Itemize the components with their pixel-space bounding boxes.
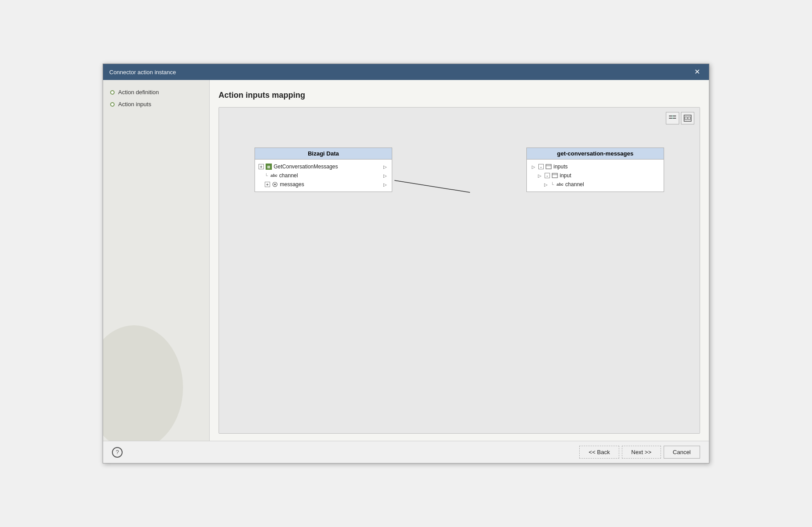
page-title: Action inputs mapping [219, 91, 700, 100]
bullet-icon [110, 90, 115, 95]
toolbar-icons [666, 112, 694, 124]
dialog-body: Action definition Action inputs Action i… [103, 80, 709, 441]
node-label: inputs [553, 164, 568, 170]
left-connector-arrow: ▷ [537, 172, 543, 179]
mapping-area: Bizagi Data + ▦ GetConversationMessages … [219, 107, 700, 434]
tree-row-inner: └ abc channel [265, 172, 382, 179]
sidebar-decoration [103, 325, 183, 441]
svg-rect-2 [669, 118, 672, 119]
expand-icon[interactable]: - [545, 173, 550, 178]
right-connector-arrow: ▷ [382, 164, 388, 170]
view-icon [684, 115, 692, 122]
tree-row: ▷ - inputs [527, 162, 664, 171]
help-button[interactable]: ? [112, 447, 123, 458]
tree-row-inner: + ▦ GetConversationMessages [259, 164, 382, 170]
expand-icon[interactable]: - [538, 164, 544, 169]
node-label: input [560, 172, 571, 179]
sidebar-item-action-inputs[interactable]: Action inputs [110, 101, 202, 108]
abc-icon: abc [557, 182, 564, 187]
right-panel-header: get-conversation-messages [527, 148, 664, 160]
right-panel-action: get-conversation-messages ▷ - [526, 148, 664, 192]
node-label: channel [565, 181, 584, 188]
svg-rect-1 [673, 116, 676, 116]
mapping-icon [669, 115, 677, 122]
sidebar-item-label: Action definition [118, 89, 159, 96]
tree-row-inner: + messages [265, 181, 382, 188]
svg-rect-7 [685, 117, 687, 120]
obj-icon [552, 172, 558, 179]
right-panel-body: ▷ - inputs ▷ [527, 160, 664, 192]
tree-row: + ▦ GetConversationMessages ▷ [255, 162, 392, 171]
close-button[interactable]: ✕ [692, 68, 703, 76]
tree-branch: └ [551, 182, 554, 187]
titlebar: Connector action instance ✕ [103, 64, 709, 80]
dialog-footer: ? << Back Next >> Cancel [103, 441, 709, 463]
mapping-view-button[interactable] [666, 112, 679, 124]
cancel-button[interactable]: Cancel [664, 446, 700, 459]
channel-connector-line [394, 180, 470, 192]
node-label: channel [279, 172, 298, 179]
node-label: messages [280, 181, 304, 188]
table-icon: ▦ [266, 164, 272, 170]
abc-icon: abc [271, 173, 278, 178]
right-connector-arrow: ▷ [382, 172, 388, 179]
svg-point-10 [274, 184, 276, 185]
tree-row-inner: └ abc channel [551, 181, 660, 188]
obj-icon [545, 164, 552, 170]
dialog-title: Connector action instance [109, 69, 176, 76]
svg-rect-3 [673, 118, 676, 119]
sidebar-item-action-definition[interactable]: Action definition [110, 89, 202, 96]
tree-row-inner: - input [545, 172, 660, 179]
svg-rect-11 [546, 164, 551, 169]
connector-action-dialog: Connector action instance ✕ Action defin… [103, 64, 709, 463]
left-connector-arrow: ▷ [543, 181, 549, 188]
svg-rect-0 [669, 116, 672, 116]
main-content: Action inputs mapping [210, 80, 709, 441]
expand-icon[interactable]: + [259, 164, 264, 169]
right-connector-arrow: ▷ [382, 181, 388, 188]
left-panel-header: Bizagi Data [255, 148, 392, 160]
tree-row: + messages ▷ [255, 180, 392, 189]
node-label: GetConversationMessages [274, 164, 338, 170]
expand-icon[interactable]: + [265, 182, 270, 187]
left-connector-arrow: ▷ [530, 164, 537, 170]
sidebar: Action definition Action inputs [103, 80, 210, 441]
back-button[interactable]: << Back [579, 446, 619, 459]
bullet-icon [110, 102, 115, 107]
tree-row: └ abc channel ▷ [255, 171, 392, 180]
svg-rect-13 [552, 173, 557, 178]
tree-row: ▷ └ abc channel [527, 180, 664, 189]
tree-branch: └ [265, 173, 268, 178]
sidebar-item-label: Action inputs [118, 101, 151, 108]
left-panel-body: + ▦ GetConversationMessages ▷ └ abc [255, 160, 392, 192]
footer-buttons: << Back Next >> Cancel [579, 446, 700, 459]
next-button[interactable]: Next >> [622, 446, 661, 459]
obj-icon [272, 181, 278, 188]
box-view-button[interactable] [681, 112, 694, 124]
svg-rect-8 [688, 117, 690, 120]
tree-row-inner: - inputs [538, 164, 660, 170]
tree-row: ▷ - input [527, 171, 664, 180]
left-panel-bizagi: Bizagi Data + ▦ GetConversationMessages … [255, 148, 392, 192]
